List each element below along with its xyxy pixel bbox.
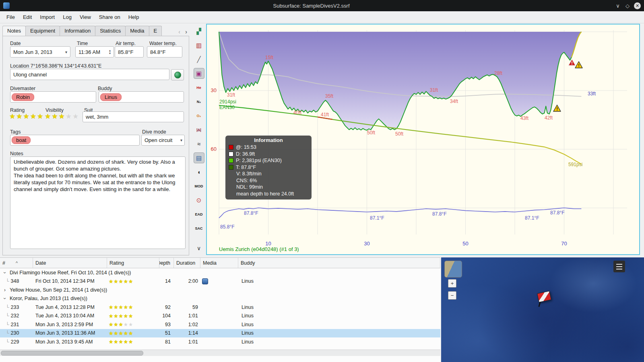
dc-ceiling-icon[interactable]: |Δ|	[194, 124, 204, 135]
menu-file[interactable]: File	[2, 14, 19, 20]
dive-row[interactable]: └230Mon Jun 3, 2013 11:36 AM★★★★★511:14L…	[0, 329, 440, 338]
buddy-field[interactable]: Linus	[99, 91, 184, 103]
menu-view[interactable]: View	[76, 14, 95, 20]
profile-chart-panel[interactable]: 31ft15ft40ft41ft35ft50ft50ft31ft34ft28ft…	[206, 24, 640, 255]
scrollbar-thumb[interactable]	[1, 351, 143, 356]
dive-rating: ★★★★★	[107, 313, 159, 319]
column-header-depth[interactable]: Depth	[159, 258, 174, 268]
sort-indicator-icon: ^	[16, 261, 18, 265]
trip-row[interactable]: ›Divi Flamingo House Reef, Fri Oct 10, 2…	[0, 268, 440, 277]
tags-field[interactable]: boat	[10, 135, 140, 146]
dive-buddy: Linus	[238, 330, 440, 336]
ruler-icon[interactable]: ╱	[194, 54, 204, 65]
expander-icon[interactable]: ›	[2, 287, 7, 293]
tab-scroll-left-button[interactable]: ‹	[176, 28, 182, 36]
divemaster-field[interactable]: Robin	[10, 91, 96, 103]
maximize-button[interactable]: ◇	[623, 3, 632, 9]
dive-row[interactable]: └232Tue Jun 4, 2013 10:04 AM★★★★★1041:01…	[0, 312, 440, 321]
divemaster-tag[interactable]: Robin	[12, 93, 34, 101]
sac-icon[interactable]: SAC	[194, 223, 204, 234]
tags-tag[interactable]: boat	[12, 136, 31, 144]
column-header-buddy[interactable]: Buddy	[238, 258, 440, 268]
tab-notes[interactable]: Notes	[2, 26, 26, 36]
map-overview-thumbnail[interactable]	[444, 261, 462, 278]
dive-rating: ★★★★★	[107, 304, 159, 310]
map-zoom-in-button[interactable]: +	[448, 279, 456, 288]
column-header-rating[interactable]: Rating	[107, 258, 159, 268]
pp-n2-icon[interactable]: N₂	[194, 96, 204, 107]
svg-text:85.8°F: 85.8°F	[220, 224, 234, 230]
menu-share-on[interactable]: Share on	[95, 14, 124, 20]
trip-row[interactable]: ›Koror, Palau, Jun 2013 (11 dive(s))	[0, 294, 440, 303]
dive-personal-icon[interactable]: ▞	[194, 26, 204, 37]
minimize-button[interactable]: ∨	[613, 3, 623, 9]
tab-e[interactable]: E	[149, 26, 162, 36]
rating-stars[interactable]: ★★★★★	[9, 112, 44, 121]
photos-icon[interactable]: ▣	[194, 68, 204, 79]
tab-statistics[interactable]: Statistics	[95, 26, 126, 36]
column-header-#[interactable]: #^	[0, 258, 33, 268]
column-header-duration[interactable]: Duration	[174, 258, 200, 268]
dive-list-panel: #^DateRatingDepthDurationMediaBuddy ›Div…	[0, 257, 440, 362]
menu-log[interactable]: Log	[59, 14, 76, 20]
map-panel[interactable]: + −	[441, 257, 644, 362]
svg-text:Uemis Zurich (e04d0248) (#1 of: Uemis Zurich (e04d0248) (#1 of 3)	[219, 246, 299, 252]
info-box-rows: @: 15:53D: 36.9ftP: 2,381psi (EAN30)T: 8…	[229, 144, 308, 197]
mod-icon[interactable]: MOD	[194, 181, 204, 191]
map-zoom-out-button[interactable]: −	[448, 291, 456, 300]
events-icon[interactable]: ▥	[194, 40, 204, 51]
chevron-down-icon[interactable]: ▾	[65, 50, 67, 54]
dive-number-cell: └230	[0, 330, 33, 336]
dive-row[interactable]: └229Mon Jun 3, 2013 9:45 AM★★★★★811:01Li…	[0, 337, 440, 346]
toolbar-collapse-icon[interactable]: ∨	[194, 244, 203, 253]
menu-import[interactable]: Import	[36, 14, 59, 20]
airtemp-field[interactable]: 85.8°F	[115, 46, 144, 58]
svg-text:34ft: 34ft	[450, 99, 458, 104]
chevron-down-icon[interactable]: ▾	[180, 138, 182, 142]
dive-flag-marker[interactable]	[537, 292, 555, 310]
column-header-date[interactable]: Date	[33, 258, 107, 268]
star-filled-icon: ★	[52, 113, 58, 120]
dive-date: Mon Jun 3, 2013 9:45 AM	[33, 339, 107, 345]
buddy-tag[interactable]: Linus	[100, 93, 122, 101]
tab-information[interactable]: Information	[60, 26, 95, 36]
spin-down-icon[interactable]: ▾	[109, 52, 111, 55]
heartrate-icon[interactable]: ≈	[194, 138, 204, 149]
horizontal-scrollbar[interactable]	[0, 350, 440, 356]
column-header-media[interactable]: Media	[200, 258, 238, 268]
notes-textarea[interactable]: Unbelievable dive. Dozens and dozens of …	[10, 156, 186, 249]
tab-media[interactable]: Media	[125, 26, 149, 36]
svg-text:28ft: 28ft	[494, 70, 503, 76]
visibility-stars[interactable]: ★★★★★	[45, 112, 79, 121]
map-menu-button[interactable]	[613, 261, 625, 272]
menu-help[interactable]: Help	[124, 14, 143, 20]
divemode-combobox[interactable]: Open circuit ▾	[141, 135, 185, 146]
tissues-icon[interactable]: ▤	[194, 152, 204, 163]
time-spinbox[interactable]: 11:36 AM ▴ ▾	[75, 46, 114, 58]
legend-chip-icon	[229, 145, 233, 150]
ead-icon[interactable]: EAD	[194, 209, 204, 220]
trip-row[interactable]: ›Yellow House, Sun Sep 21, 2014 (1 dive(…	[0, 286, 440, 294]
dive-row[interactable]: └348Fri Oct 10, 2014 12:34 PM★★★★★142:00…	[0, 277, 440, 286]
tab-scroll-right-button[interactable]: ›	[183, 28, 189, 36]
close-button[interactable]: ✕	[634, 2, 641, 9]
globe-button[interactable]	[171, 69, 184, 80]
notes-form: Date Time Air temp. Water temp. Mon Jun …	[2, 36, 189, 255]
tab-equipment[interactable]: Equipment	[25, 26, 60, 36]
date-combobox[interactable]: Mon Jun 3, 2013 ▾	[10, 46, 70, 58]
dive-buddy: Linus	[238, 339, 440, 345]
suit-field[interactable]: wet, 3mm	[83, 111, 184, 122]
dive-row[interactable]: └231Mon Jun 3, 2013 2:59 PM★★★★★931:02Li…	[0, 320, 440, 329]
menu-edit[interactable]: Edit	[19, 14, 36, 20]
location-input[interactable]: Ulong channel	[10, 69, 169, 80]
expander-icon[interactable]: ›	[2, 270, 8, 275]
ndl-tts-icon[interactable]: ⊙	[194, 195, 204, 206]
spinner-arrows-icon[interactable]: ▴ ▾	[109, 49, 111, 55]
watertemp-field[interactable]: 84.8°F	[147, 46, 182, 58]
pp-he-icon[interactable]: He	[194, 82, 204, 93]
ceiling-icon[interactable]: ◖	[194, 167, 204, 177]
expander-icon[interactable]: ›	[2, 296, 8, 301]
dive-row[interactable]: └233Tue Jun 4, 2013 12:28 PM★★★★★9259Lin…	[0, 303, 440, 312]
pp-o2-icon[interactable]: O₂	[194, 110, 204, 121]
media-icon[interactable]	[202, 278, 208, 284]
